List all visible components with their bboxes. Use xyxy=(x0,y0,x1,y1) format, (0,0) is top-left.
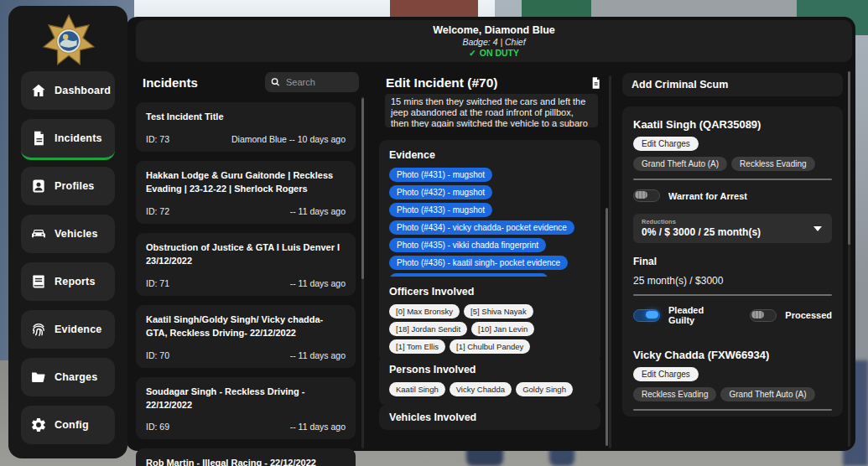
reductions-value: 0% / $ 3000 / 25 month(s) xyxy=(642,226,824,238)
reductions-dropdown[interactable]: Reductions 0% / $ 3000 / 25 month(s) xyxy=(633,214,832,243)
car-icon xyxy=(30,225,47,242)
sidebar-item-vehicles[interactable]: Vehicles xyxy=(21,215,115,253)
criminal-card: Kaatil Singh (QAR35089) Edit Charges Gra… xyxy=(622,106,843,417)
criminal-name: Kaatil Singh (QAR35089) xyxy=(633,118,832,131)
incident-id: ID: 73 xyxy=(146,134,169,144)
incident-search[interactable] xyxy=(265,72,359,92)
evidence-photo-pill[interactable]: Photo (#434) - vicky chadda- pocket evid… xyxy=(389,220,574,235)
vehicles-label: Vehicles Involved xyxy=(389,412,590,423)
officer-pill-list: [0] Max Bronsky[5] Shiva Nayak[18] Jorda… xyxy=(389,304,590,354)
charge-pill[interactable]: Grand Theft Auto (A) xyxy=(720,387,814,401)
search-input[interactable] xyxy=(284,76,353,88)
gear-icon xyxy=(30,417,47,433)
officer-pill[interactable]: [1] Tom Ellis xyxy=(389,339,445,354)
edit-incident-title: Edit Incident (#70) xyxy=(386,75,498,91)
search-icon xyxy=(271,77,280,87)
person-pill-list: Kaatil SinghVicky ChaddaGoldy Singh xyxy=(389,382,590,396)
book-icon xyxy=(30,273,47,290)
sidebar-item-incidents[interactable]: Incidents xyxy=(21,119,115,160)
criminal-scrollbar-thumb[interactable] xyxy=(848,71,850,245)
evidence-photo-pill[interactable]: Photo (#433) - mugshot xyxy=(389,203,492,217)
fingerprint-icon xyxy=(30,321,47,338)
incident-title: Soudagar Singh - Reckless Driving - 22/1… xyxy=(146,386,346,412)
incident-card[interactable]: Obstruction of Justice & GTA I Luis Denv… xyxy=(136,233,356,296)
incident-title: Rob Martin - Illegal Racing - 22/12/2022 xyxy=(146,457,346,466)
criminal-name: Vicky Chadda (FXW66934) xyxy=(633,349,832,361)
welcome-text: Welcome, Diamond Blue xyxy=(433,24,555,36)
incident-meta: -- 11 days ago xyxy=(290,350,346,360)
sidebar-item-dashboard[interactable]: Dashboard xyxy=(21,71,115,110)
evidence-photo-pill[interactable]: Photo (#432) - mugshot xyxy=(389,185,492,199)
incident-id: ID: 71 xyxy=(146,278,169,288)
sidebar-item-reports[interactable]: Reports xyxy=(21,262,115,301)
incident-card[interactable]: Hakkan Lodge & Guru Gaitonde | Reckless … xyxy=(136,161,356,224)
processed-label: Processed xyxy=(785,310,832,320)
person-card-icon xyxy=(30,178,47,194)
sidebar-item-evidence[interactable]: Evidence xyxy=(21,310,115,349)
incident-card[interactable]: Rob Martin - Illegal Racing - 22/12/2022… xyxy=(136,448,356,466)
person-pill[interactable]: Goldy Singh xyxy=(516,382,573,396)
incident-card[interactable]: Test Incident Title ID: 73 Diamond Blue … xyxy=(136,102,356,152)
charge-pill[interactable]: Grand Theft Auto (A) xyxy=(633,157,727,171)
incident-meta: -- 11 days ago xyxy=(290,206,346,216)
incident-meta: Diamond Blue -- 10 days ago xyxy=(231,134,346,144)
incident-meta: -- 11 days ago xyxy=(290,278,346,288)
dropdown-caret-icon xyxy=(813,226,822,231)
persons-section: Persons Involved Kaatil SinghVicky Chadd… xyxy=(379,355,600,406)
add-criminal-header: Add Criminal Scum xyxy=(622,73,843,96)
officer-pill[interactable]: [0] Max Bronsky xyxy=(389,304,460,318)
incident-id: ID: 72 xyxy=(146,206,169,216)
officer-pill[interactable]: [1] Chulbul Pandey xyxy=(450,339,530,354)
duty-status-label: ON DUTY xyxy=(480,48,519,58)
file-text-icon xyxy=(30,130,47,147)
incident-description[interactable]: 15 mins then they switched the cars and … xyxy=(385,94,598,127)
sidebar-item-label: Reports xyxy=(55,276,96,287)
reductions-label: Reductions xyxy=(642,218,824,225)
incidents-panel-title: Incidents xyxy=(143,75,198,90)
evidence-label: Evidence xyxy=(389,149,590,161)
charge-pill[interactable]: Reckless Evading xyxy=(633,387,716,401)
incidents-scrollbar-thumb[interactable] xyxy=(361,98,364,279)
officer-pill[interactable]: [10] Jan Levin xyxy=(471,322,534,336)
pleaded-guilty-toggle[interactable] xyxy=(633,309,660,322)
edit-scrollbar-track xyxy=(609,75,611,448)
edit-charges-button[interactable]: Edit Charges xyxy=(633,137,699,151)
warrant-toggle[interactable] xyxy=(633,189,660,202)
sidebar-item-charges[interactable]: Charges xyxy=(21,358,115,396)
header-card: Welcome, Diamond Blue Badge: 4 | Chief ✓… xyxy=(136,20,852,62)
badge-rank-text: Badge: 4 | Chief xyxy=(462,37,525,47)
officer-pill[interactable]: [18] Jordan Sendit xyxy=(389,322,467,336)
sidebar-item-label: Vehicles xyxy=(55,228,98,240)
sidebar-item-label: Charges xyxy=(55,371,97,383)
incident-card[interactable]: Soudagar Singh - Reckless Driving - 22/1… xyxy=(136,377,356,440)
charge-pill-list: Grand Theft Auto (A)Reckless Evading xyxy=(633,157,832,171)
evidence-photo-pill[interactable]: Photo (#436) - kaatil singh- pocket evid… xyxy=(389,256,568,270)
edit-scrollbar-thumb[interactable] xyxy=(606,208,608,446)
check-icon: ✓ xyxy=(469,48,476,58)
person-pill[interactable]: Vicky Chadda xyxy=(450,382,512,396)
sidebar-item-profiles[interactable]: Profiles xyxy=(21,167,115,205)
processed-toggle[interactable] xyxy=(750,309,777,322)
evidence-photo-pill[interactable]: Photo (#431) - mugshot xyxy=(389,168,492,182)
sidebar-item-label: Incidents xyxy=(55,132,102,144)
sidebar-item-label: Dashboard xyxy=(55,85,111,96)
copy-report-icon[interactable] xyxy=(589,75,602,91)
divider xyxy=(633,409,832,411)
incident-title: Hakkan Lodge & Guru Gaitonde | Reckless … xyxy=(146,169,346,196)
evidence-photo-pill[interactable]: Photo (#435) - vikki chadda fingerprint xyxy=(389,238,546,252)
police-badge-logo xyxy=(39,14,99,68)
incident-card[interactable]: Kaatil Singh/Goldy Singh/ Vicky chadda- … xyxy=(136,305,356,368)
sidebar-item-label: Profiles xyxy=(55,180,94,192)
sidebar-item-config[interactable]: Config xyxy=(21,406,115,444)
edit-charges-button[interactable]: Edit Charges xyxy=(633,367,699,381)
charge-pill-list: Reckless EvadingGrand Theft Auto (A) xyxy=(633,387,832,401)
incident-meta: -- 11 days ago xyxy=(290,422,346,432)
person-pill[interactable]: Kaatil Singh xyxy=(389,382,445,396)
incident-title: Obstruction of Justice & GTA I Luis Denv… xyxy=(146,241,346,268)
divider xyxy=(633,294,832,296)
charge-pill[interactable]: Reckless Evading xyxy=(731,157,814,171)
home-icon xyxy=(30,82,47,99)
officer-pill[interactable]: [5] Shiva Nayak xyxy=(464,304,533,318)
sidebar-item-label: Evidence xyxy=(55,324,102,335)
final-label: Final xyxy=(633,256,832,267)
